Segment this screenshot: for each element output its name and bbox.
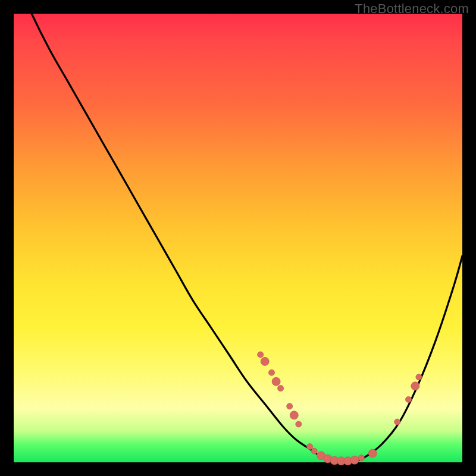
bottleneck-curve [14, 0, 462, 463]
data-marker [350, 456, 359, 464]
chart-svg [14, 14, 462, 462]
data-marker [368, 449, 377, 458]
data-marker [278, 386, 284, 392]
chart-frame: TheBottleneck.com [0, 0, 476, 476]
data-marker [287, 403, 293, 409]
data-marker [258, 352, 264, 358]
data-marker [296, 421, 302, 427]
data-marker [269, 369, 275, 375]
data-marker [290, 411, 298, 419]
data-marker [358, 455, 364, 461]
watermark-text: TheBottleneck.com [355, 1, 469, 17]
data-marker [261, 357, 269, 365]
data-marker [411, 382, 419, 390]
plot-area [14, 14, 462, 462]
data-marker [311, 448, 317, 454]
data-marker [307, 444, 313, 450]
data-marker [406, 396, 412, 402]
data-marker [394, 419, 400, 425]
data-marker [272, 377, 280, 386]
curve-markers [258, 352, 422, 465]
data-marker [416, 374, 422, 380]
